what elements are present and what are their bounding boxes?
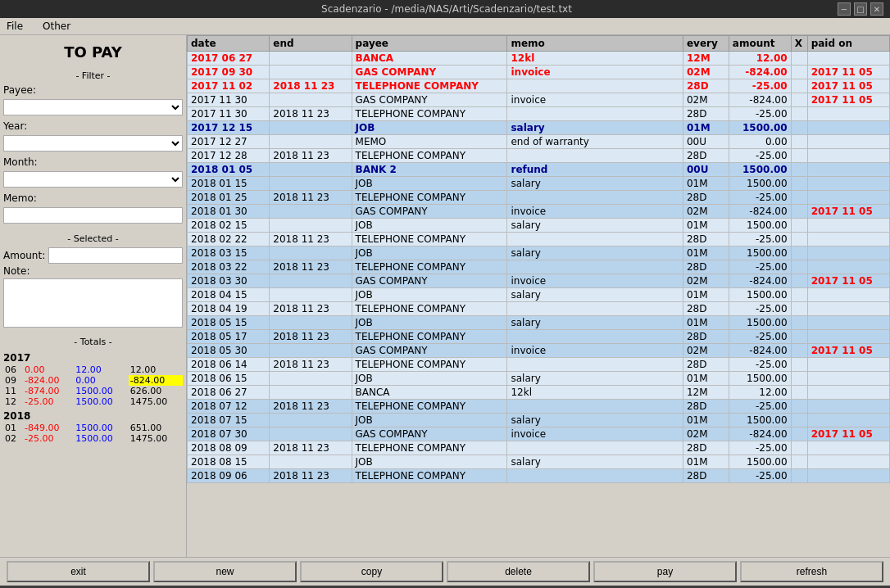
cell-date: 2017 11 30 bbox=[188, 93, 270, 107]
cell-amount: -25.00 bbox=[729, 260, 791, 274]
table-row[interactable]: 2018 09 062018 11 23TELEPHONE COMPANY28D… bbox=[188, 469, 890, 483]
month-select[interactable] bbox=[3, 171, 183, 188]
table-row[interactable]: 2018 07 122018 11 23TELEPHONE COMPANY28D… bbox=[188, 400, 890, 414]
table-row[interactable]: 2018 03 222018 11 23TELEPHONE COMPANY28D… bbox=[188, 260, 890, 274]
cell-payee: GAS COMPANY bbox=[352, 205, 507, 219]
cell-x bbox=[791, 414, 807, 427]
exit-button[interactable]: exit bbox=[7, 561, 150, 582]
menu-other[interactable]: Other bbox=[39, 20, 74, 33]
cell-end bbox=[270, 177, 352, 191]
payee-select[interactable] bbox=[3, 99, 183, 115]
table-row[interactable]: 2017 09 30GAS COMPANYinvoice02M-824.0020… bbox=[188, 66, 890, 79]
cell-date: 2018 01 15 bbox=[188, 177, 270, 191]
table-row[interactable]: 2017 11 302018 11 23TELEPHONE COMPANY28D… bbox=[188, 107, 890, 121]
amount-input[interactable]: 1500.00 bbox=[48, 247, 183, 264]
cell-every: 02M bbox=[683, 205, 729, 219]
table-row[interactable]: 2018 05 172018 11 23TELEPHONE COMPANY28D… bbox=[188, 330, 890, 344]
cell-date: 2017 09 30 bbox=[188, 66, 270, 79]
cell-end: 2018 11 23 bbox=[270, 400, 352, 414]
table-row[interactable]: 2018 02 15JOBsalary01M1500.00 bbox=[188, 219, 890, 233]
cell-date: 2018 03 15 bbox=[188, 247, 270, 260]
memo-filter-input[interactable] bbox=[3, 207, 183, 224]
table-row[interactable]: 2017 12 27MEMOend of warranty00U0.00 bbox=[188, 135, 890, 149]
memo-filter-label: Memo: bbox=[3, 192, 40, 204]
totals-row: 06 0.00 12.00 12.00 bbox=[3, 364, 183, 375]
table-row[interactable]: 2018 03 30GAS COMPANYinvoice02M-824.0020… bbox=[188, 274, 890, 288]
cell-payee: TELEPHONE COMPANY bbox=[352, 233, 507, 247]
cell-payee: TELEPHONE COMPANY bbox=[352, 330, 507, 344]
cell-end bbox=[270, 455, 352, 469]
table-row[interactable]: 2018 01 252018 11 23TELEPHONE COMPANY28D… bbox=[188, 191, 890, 205]
cell-memo: salary bbox=[507, 372, 683, 386]
table-container[interactable]: date end payee memo every amount X paid … bbox=[187, 35, 890, 557]
close-button[interactable]: ✕ bbox=[870, 2, 883, 16]
cell-amount: 1500.00 bbox=[729, 247, 791, 260]
delete-button[interactable]: delete bbox=[447, 561, 590, 582]
pay-button[interactable]: pay bbox=[593, 561, 737, 582]
table-row[interactable]: 2018 01 15JOBsalary01M1500.00 bbox=[188, 177, 890, 191]
cell-paid-on bbox=[807, 441, 889, 455]
cell-x bbox=[791, 177, 807, 191]
cell-date: 2018 02 15 bbox=[188, 219, 270, 233]
table-row[interactable]: 2018 01 05BANK 2refund00U1500.00 bbox=[188, 163, 890, 177]
cell-payee: JOB bbox=[352, 372, 507, 386]
cell-paid-on: 2017 11 05 bbox=[807, 427, 889, 441]
cell-paid-on bbox=[807, 400, 889, 414]
table-row[interactable]: 2018 06 142018 11 23TELEPHONE COMPANY28D… bbox=[188, 358, 890, 372]
refresh-button[interactable]: refresh bbox=[740, 561, 883, 582]
cell-end: 2018 11 23 bbox=[270, 441, 352, 455]
cell-every: 28D bbox=[683, 302, 729, 316]
cell-x bbox=[791, 93, 807, 107]
cell-paid-on bbox=[807, 163, 889, 177]
cell-paid-on bbox=[807, 386, 889, 400]
cell-paid-on: 2017 11 05 bbox=[807, 274, 889, 288]
year-select[interactable] bbox=[3, 135, 183, 152]
cell-payee: TELEPHONE COMPANY bbox=[352, 149, 507, 163]
table-row[interactable]: 2018 06 27BANCA12kl12M12.00 bbox=[188, 386, 890, 400]
table-row[interactable]: 2018 08 092018 11 23TELEPHONE COMPANY28D… bbox=[188, 441, 890, 455]
cell-memo: salary bbox=[507, 219, 683, 233]
maximize-button[interactable]: □ bbox=[854, 2, 867, 16]
table-row[interactable]: 2018 05 30GAS COMPANYinvoice02M-824.0020… bbox=[188, 344, 890, 358]
table-row[interactable]: 2017 06 27BANCA12kl12M12.00 bbox=[188, 52, 890, 66]
cell-amount: 0.00 bbox=[729, 135, 791, 149]
new-button[interactable]: new bbox=[153, 561, 297, 582]
cell-every: 01M bbox=[683, 219, 729, 233]
cell-x bbox=[791, 66, 807, 79]
minimize-button[interactable]: − bbox=[838, 2, 851, 16]
cell-x bbox=[791, 121, 807, 135]
table-row[interactable]: 2018 03 15JOBsalary01M1500.00 bbox=[188, 247, 890, 260]
table-row[interactable]: 2018 08 15JOBsalary01M1500.00 bbox=[188, 455, 890, 469]
cell-every: 28D bbox=[683, 469, 729, 483]
menu-file[interactable]: File bbox=[3, 20, 26, 33]
cell-memo bbox=[507, 149, 683, 163]
table-row[interactable]: 2017 11 30GAS COMPANYinvoice02M-824.0020… bbox=[188, 93, 890, 107]
left-panel: TO PAY - Filter - Payee: Year: Month: bbox=[0, 35, 187, 557]
table-row[interactable]: 2017 12 15JOBsalary01M1500.00 bbox=[188, 121, 890, 135]
table-row[interactable]: 2018 02 222018 11 23TELEPHONE COMPANY28D… bbox=[188, 233, 890, 247]
col-amount: amount bbox=[729, 36, 791, 52]
cell-end: 2018 11 23 bbox=[270, 149, 352, 163]
cell-amount: 12.00 bbox=[729, 386, 791, 400]
table-row[interactable]: 2018 06 15JOBsalary01M1500.00 bbox=[188, 372, 890, 386]
cell-date: 2018 01 30 bbox=[188, 205, 270, 219]
cell-x bbox=[791, 219, 807, 233]
table-row[interactable]: 2018 07 15JOBsalary01M1500.00 bbox=[188, 414, 890, 427]
table-row[interactable]: 2018 01 30GAS COMPANYinvoice02M-824.0020… bbox=[188, 205, 890, 219]
note-textarea[interactable] bbox=[3, 278, 183, 328]
table-row[interactable]: 2017 12 282018 11 23TELEPHONE COMPANY28D… bbox=[188, 149, 890, 163]
cell-end bbox=[270, 163, 352, 177]
col-end: end bbox=[270, 36, 352, 52]
cell-end bbox=[270, 372, 352, 386]
table-row[interactable]: 2017 11 022018 11 23TELEPHONE COMPANY28D… bbox=[188, 79, 890, 93]
copy-button[interactable]: copy bbox=[300, 561, 443, 582]
cell-payee: TELEPHONE COMPANY bbox=[352, 302, 507, 316]
table-row[interactable]: 2018 04 15JOBsalary01M1500.00 bbox=[188, 288, 890, 302]
data-table: date end payee memo every amount X paid … bbox=[187, 35, 890, 483]
table-row[interactable]: 2018 05 15JOBsalary01M1500.00 bbox=[188, 316, 890, 330]
cell-payee: TELEPHONE COMPANY bbox=[352, 469, 507, 483]
cell-memo: salary bbox=[507, 414, 683, 427]
table-row[interactable]: 2018 07 30GAS COMPANYinvoice02M-824.0020… bbox=[188, 427, 890, 441]
cell-x bbox=[791, 469, 807, 483]
table-row[interactable]: 2018 04 192018 11 23TELEPHONE COMPANY28D… bbox=[188, 302, 890, 316]
